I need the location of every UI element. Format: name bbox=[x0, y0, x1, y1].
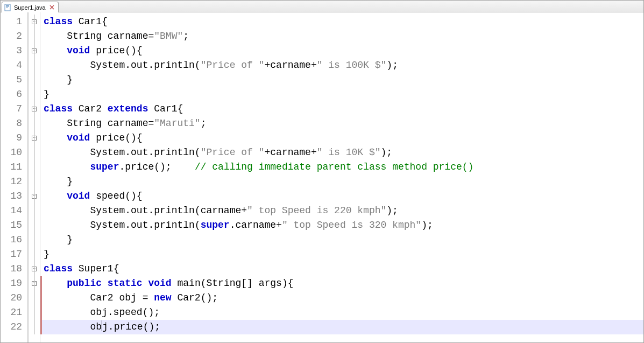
line-number: 5 bbox=[1, 73, 27, 87]
line-number: 20 bbox=[1, 291, 27, 305]
text-caret bbox=[102, 320, 102, 331]
line-number: 22 bbox=[1, 320, 27, 334]
fold-column: −−−−−−− bbox=[29, 12, 40, 342]
code-line[interactable]: } bbox=[41, 247, 643, 262]
code-line[interactable]: class Car2 extends Car1{ bbox=[41, 102, 643, 116]
line-number: 17 bbox=[1, 247, 27, 262]
fold-cell bbox=[29, 160, 40, 174]
code-line[interactable]: System.out.println("Price of "+carname+"… bbox=[41, 58, 643, 73]
svg-rect-2 bbox=[6, 6, 9, 7]
line-number: 12 bbox=[1, 174, 27, 189]
line-number: 16 bbox=[1, 233, 27, 247]
code-line[interactable]: obj.speed(); bbox=[41, 305, 643, 320]
java-file-icon bbox=[4, 4, 12, 11]
line-number: 13 bbox=[1, 189, 27, 204]
line-number: 18 bbox=[1, 262, 27, 276]
line-number: 14 bbox=[1, 204, 27, 218]
svg-rect-1 bbox=[6, 5, 9, 6]
fold-cell bbox=[29, 204, 40, 218]
close-icon[interactable] bbox=[49, 5, 55, 10]
fold-cell: − bbox=[29, 44, 40, 58]
code-area[interactable]: class Car1{ String carname="BMW"; void p… bbox=[40, 12, 643, 342]
fold-cell bbox=[29, 305, 40, 320]
editor: 12345678910111213141516171819202122 −−−−… bbox=[1, 12, 643, 342]
fold-cell bbox=[29, 58, 40, 73]
fold-cell bbox=[29, 87, 40, 102]
code-line[interactable]: void price(){ bbox=[41, 131, 643, 145]
line-number: 11 bbox=[1, 160, 27, 174]
fold-cell bbox=[29, 320, 40, 334]
code-line[interactable]: class Car1{ bbox=[41, 15, 643, 29]
code-line[interactable]: void speed(){ bbox=[41, 189, 643, 204]
code-line[interactable]: System.out.println(carname+" top Speed i… bbox=[41, 204, 643, 218]
line-number: 4 bbox=[1, 58, 27, 73]
fold-cell: − bbox=[29, 189, 40, 204]
code-line[interactable]: super.price(); // calling immediate pare… bbox=[41, 160, 643, 174]
code-line[interactable]: Car2 obj = new Car2(); bbox=[41, 291, 643, 305]
line-number: 9 bbox=[1, 131, 27, 145]
fold-cell bbox=[29, 174, 40, 189]
line-number: 2 bbox=[1, 29, 27, 44]
fold-cell bbox=[29, 218, 40, 233]
code-line[interactable]: String carname="BMW"; bbox=[41, 29, 643, 44]
line-number-gutter: 12345678910111213141516171819202122 bbox=[1, 12, 29, 342]
code-line[interactable]: } bbox=[41, 174, 643, 189]
fold-cell bbox=[29, 233, 40, 247]
line-number: 6 bbox=[1, 87, 27, 102]
line-number: 15 bbox=[1, 218, 27, 233]
line-number: 7 bbox=[1, 102, 27, 116]
fold-cell bbox=[29, 116, 40, 131]
change-marker bbox=[40, 276, 42, 334]
code-line[interactable]: public static void main(String[] args){ bbox=[41, 276, 643, 291]
fold-cell: − bbox=[29, 15, 40, 29]
fold-cell bbox=[29, 247, 40, 262]
code-line[interactable]: System.out.println("Price of "+carname+"… bbox=[41, 145, 643, 160]
tab-bar: Super1.java bbox=[1, 1, 643, 12]
fold-cell bbox=[29, 145, 40, 160]
fold-cell: − bbox=[29, 131, 40, 145]
code-line[interactable]: System.out.println(super.carname+" top S… bbox=[41, 218, 643, 233]
code-line[interactable]: void price(){ bbox=[41, 44, 643, 58]
fold-cell bbox=[29, 29, 40, 44]
code-line[interactable]: String carname="Maruti"; bbox=[41, 116, 643, 131]
line-number: 8 bbox=[1, 116, 27, 131]
fold-cell bbox=[29, 73, 40, 87]
svg-rect-3 bbox=[6, 8, 8, 8]
code-line[interactable]: class Super1{ bbox=[41, 262, 643, 276]
fold-cell bbox=[29, 291, 40, 305]
code-line[interactable]: obj.price(); bbox=[41, 320, 643, 334]
fold-cell: − bbox=[29, 276, 40, 291]
code-line[interactable]: } bbox=[41, 87, 643, 102]
code-line[interactable]: } bbox=[41, 73, 643, 87]
tab-filename: Super1.java bbox=[14, 4, 46, 11]
line-number: 10 bbox=[1, 145, 27, 160]
code-line[interactable]: } bbox=[41, 233, 643, 247]
line-number: 19 bbox=[1, 276, 27, 291]
fold-cell: − bbox=[29, 102, 40, 116]
line-number: 3 bbox=[1, 44, 27, 58]
tab-super1-java[interactable]: Super1.java bbox=[2, 2, 59, 12]
line-number: 1 bbox=[1, 15, 27, 29]
fold-cell: − bbox=[29, 262, 40, 276]
line-number: 21 bbox=[1, 305, 27, 320]
